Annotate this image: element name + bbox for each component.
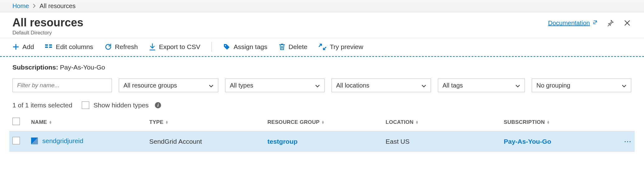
items-selected-text: 1 of 1 items selected <box>12 102 72 109</box>
select-all-checkbox[interactable] <box>12 118 20 125</box>
svg-point-4 <box>225 45 226 46</box>
refresh-label: Refresh <box>115 43 138 51</box>
resource-group-text: testgroup <box>267 138 298 145</box>
col-type-header[interactable]: TYPE▲▼ <box>146 113 264 131</box>
filter-name-input[interactable] <box>12 79 112 92</box>
title-block: All resources Default Directory <box>12 16 83 36</box>
subscriptions-label: Subscriptions: <box>12 64 58 71</box>
export-csv-button[interactable]: Export to CSV <box>149 43 200 51</box>
svg-rect-1 <box>45 47 48 48</box>
col-loc-label: LOCATION <box>386 119 414 125</box>
col-name-header[interactable]: NAME▲▼ <box>28 113 146 131</box>
assign-tags-button[interactable]: Assign tags <box>223 43 267 51</box>
tag-icon <box>223 43 230 51</box>
grouping-value: No grouping <box>536 82 570 89</box>
tags-select[interactable]: All tags <box>438 79 525 92</box>
refresh-button[interactable]: Refresh <box>104 43 138 51</box>
resource-type-cell: SendGrid Account <box>146 131 264 152</box>
sort-icon: ▲▼ <box>165 120 169 124</box>
col-rg-label: RESOURCE GROUP <box>267 119 320 125</box>
resource-location-cell: East US <box>382 131 501 152</box>
add-button[interactable]: Add <box>12 43 34 51</box>
sort-icon: ▲▼ <box>49 120 52 124</box>
delete-button[interactable]: Delete <box>279 43 308 51</box>
toolbar-separator <box>211 42 212 52</box>
close-icon[interactable] <box>623 19 632 27</box>
breadcrumb-home[interactable]: Home <box>12 2 29 10</box>
resources-table: NAME▲▼ TYPE▲▼ RESOURCE GROUP▲▼ LOCATION▲… <box>9 113 635 152</box>
edit-columns-button[interactable]: Edit columns <box>45 43 93 51</box>
refresh-icon <box>104 43 112 51</box>
page-header: All resources Default Directory Document… <box>0 12 644 38</box>
add-label: Add <box>22 43 34 51</box>
documentation-label: Documentation <box>548 20 590 27</box>
download-icon <box>149 43 156 51</box>
columns-icon <box>45 44 53 50</box>
subscriptions-value: Pay-As-You-Go <box>60 64 105 71</box>
row-more-actions[interactable]: ··· <box>610 131 635 152</box>
chevron-down-icon <box>622 82 627 89</box>
grouping-select[interactable]: No grouping <box>532 79 631 92</box>
toolbar: Add Edit columns Refresh Export to CSV A… <box>0 38 644 57</box>
svg-rect-0 <box>45 44 48 46</box>
col-type-label: TYPE <box>149 119 164 125</box>
page-subtitle: Default Directory <box>12 30 83 36</box>
sort-icon: ▲▼ <box>415 120 419 124</box>
col-loc-header[interactable]: LOCATION▲▼ <box>382 113 501 131</box>
locations-value: All locations <box>336 82 369 89</box>
col-name-label: NAME <box>31 119 47 125</box>
table-header-row: NAME▲▼ TYPE▲▼ RESOURCE GROUP▲▼ LOCATION▲… <box>9 113 635 131</box>
page-title: All resources <box>12 16 83 29</box>
chevron-down-icon <box>421 82 426 89</box>
pin-icon[interactable] <box>606 19 615 27</box>
breadcrumb: Home All resources <box>0 0 644 12</box>
show-hidden-label: Show hidden types <box>94 102 149 109</box>
external-link-icon <box>592 20 598 27</box>
breadcrumb-current: All resources <box>39 2 76 10</box>
resource-groups-select[interactable]: All resource groups <box>119 79 218 92</box>
assign-tags-label: Assign tags <box>234 43 267 51</box>
table-row[interactable]: sendgridjureid SendGrid Account testgrou… <box>9 131 635 152</box>
delete-label: Delete <box>289 43 308 51</box>
chevron-down-icon <box>315 82 320 89</box>
resource-subscription-cell[interactable]: Pay-As-You-Go <box>501 131 610 152</box>
chevron-right-icon <box>33 2 36 10</box>
info-icon[interactable]: i <box>155 102 161 108</box>
show-hidden-checkbox[interactable] <box>82 102 89 109</box>
types-select[interactable]: All types <box>225 79 325 92</box>
selection-meta-row: 1 of 1 items selected Show hidden types … <box>0 93 644 112</box>
documentation-link[interactable]: Documentation <box>548 20 598 27</box>
try-preview-label: Try preview <box>330 43 363 51</box>
col-sub-header[interactable]: SUBSCRIPTION▲▼ <box>501 113 610 131</box>
row-checkbox[interactable] <box>12 137 20 144</box>
types-value: All types <box>230 82 253 89</box>
plus-icon <box>12 43 19 50</box>
resource-type-icon <box>31 138 38 144</box>
subscriptions-row: Subscriptions: Pay-As-You-Go <box>0 57 644 73</box>
resource-groups-value: All resource groups <box>123 82 177 89</box>
export-csv-label: Export to CSV <box>159 43 200 51</box>
sort-icon: ▲▼ <box>322 120 325 124</box>
edit-columns-label: Edit columns <box>56 43 93 51</box>
filters-row: All resource groups All types All locati… <box>0 73 644 93</box>
resource-name-cell[interactable]: sendgridjureid <box>31 137 83 145</box>
col-rg-header[interactable]: RESOURCE GROUP▲▼ <box>264 113 382 131</box>
resource-group-cell[interactable]: testgroup <box>264 131 382 152</box>
resource-subscription-text: Pay-As-You-Go <box>504 138 551 145</box>
locations-select[interactable]: All locations <box>331 79 431 92</box>
resource-name-text: sendgridjureid <box>42 137 83 145</box>
trash-icon <box>279 43 285 51</box>
header-actions: Documentation <box>548 16 632 27</box>
sort-icon: ▲▼ <box>547 120 550 124</box>
col-sub-label: SUBSCRIPTION <box>504 119 545 125</box>
tags-value: All tags <box>442 82 463 89</box>
chevron-down-icon <box>209 82 214 89</box>
chevron-down-icon <box>515 82 520 89</box>
try-preview-button[interactable]: Try preview <box>318 43 363 51</box>
svg-rect-3 <box>49 47 52 48</box>
svg-rect-2 <box>49 44 52 46</box>
preview-icon <box>318 43 327 50</box>
